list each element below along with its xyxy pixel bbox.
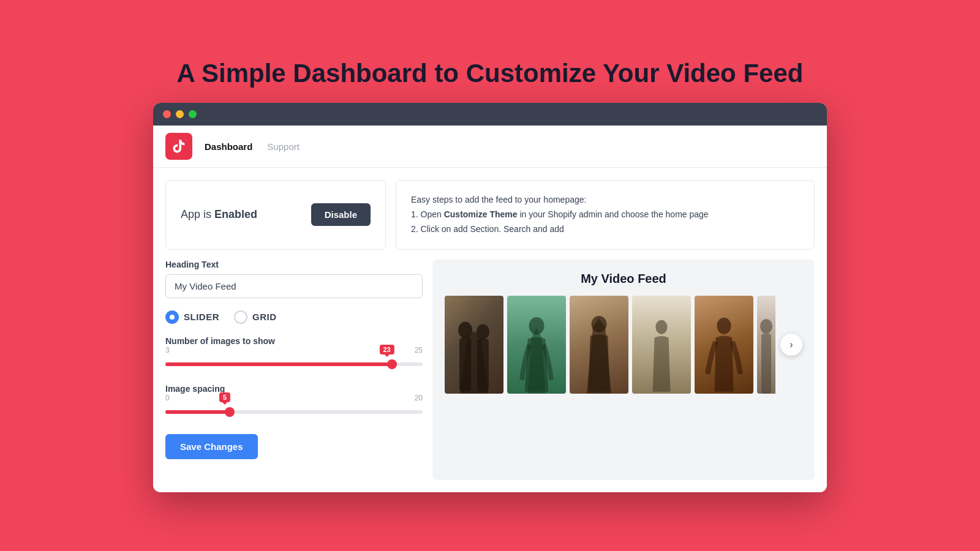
instructions-step1-bold: Customize Theme	[444, 209, 518, 219]
video-feed-container: ›	[445, 296, 802, 394]
thumb-figure-6	[757, 296, 775, 394]
video-thumb-2	[507, 296, 566, 394]
app-logo	[165, 133, 192, 160]
main-content: App is Enabled Disable Easy steps to add…	[153, 168, 827, 492]
instructions-step1: 1. Open Customize Theme in your Shopify …	[411, 208, 799, 222]
spacing-slider-bubble: 5	[219, 392, 230, 402]
grid-radio-label: GRID	[252, 312, 277, 322]
spacing-slider-track: 5	[165, 410, 423, 414]
status-right: Disable	[296, 181, 385, 249]
heading-field-group: Heading Text	[165, 260, 423, 298]
save-changes-button[interactable]: Save Changes	[165, 434, 258, 459]
nav-support[interactable]: Support	[267, 139, 300, 154]
images-slider-fill	[165, 362, 392, 366]
images-slider-track-container[interactable]: 23	[165, 357, 423, 372]
thumb-figure-3	[570, 296, 628, 394]
svg-rect-9	[761, 334, 771, 394]
spacing-slider-scale: 0 20	[165, 394, 423, 402]
disable-button[interactable]: Disable	[311, 203, 371, 226]
maximize-dot[interactable]	[189, 110, 197, 118]
close-dot[interactable]	[163, 110, 171, 118]
images-min: 3	[165, 346, 170, 354]
svg-point-7	[717, 318, 731, 334]
heading-text-input[interactable]	[165, 274, 423, 298]
video-thumb-6	[757, 296, 775, 394]
video-thumb-3	[570, 296, 628, 394]
video-thumb-1	[445, 296, 503, 394]
svg-rect-1	[459, 337, 471, 391]
spacing-slider-label: Image spacing	[165, 384, 423, 394]
status-bold: Enabled	[214, 208, 257, 220]
browser-content: Dashboard Support App is Enabled Disable	[153, 126, 827, 492]
settings-panel: Heading Text SLIDER GRID	[165, 260, 423, 459]
instructions-step1-suffix: in your Shopify admin and choose the hom…	[518, 209, 709, 219]
browser-window: Dashboard Support App is Enabled Disable	[153, 103, 827, 492]
spacing-min: 0	[165, 394, 170, 402]
svg-point-8	[760, 319, 772, 334]
two-col-layout: Heading Text SLIDER GRID	[165, 260, 815, 480]
svg-point-5	[592, 316, 607, 332]
images-max: 25	[415, 346, 423, 354]
nav-dashboard[interactable]: Dashboard	[205, 139, 252, 154]
video-grid	[445, 296, 775, 394]
preview-panel: My Video Feed	[432, 260, 815, 480]
heading-field-label: Heading Text	[165, 260, 423, 269]
next-button[interactable]: ›	[780, 334, 802, 356]
preview-title: My Video Feed	[445, 272, 802, 286]
instructions-step2: 2. Click on add Section. Search and add	[411, 222, 799, 237]
slider-radio-label: SLIDER	[184, 312, 219, 322]
minimize-dot[interactable]	[176, 110, 184, 118]
nav-links: Dashboard Support	[205, 139, 300, 154]
thumb-figure-2	[507, 296, 566, 394]
images-slider-track: 23	[165, 362, 423, 366]
slider-radio-circle[interactable]	[165, 310, 179, 324]
status-text: App is Enabled	[181, 208, 257, 221]
svg-point-4	[529, 317, 545, 335]
nav-bar: Dashboard Support	[153, 126, 827, 168]
svg-point-2	[477, 324, 489, 339]
spacing-max: 20	[415, 394, 423, 402]
images-slider-bubble: 23	[379, 345, 394, 354]
images-slider-section: Number of images to show 3 25 23	[165, 336, 423, 372]
svg-rect-3	[477, 339, 489, 391]
instructions-bar: Easy steps to add the feed to your homep…	[396, 180, 815, 249]
images-slider-thumb[interactable]: 23	[387, 359, 397, 369]
spacing-slider-fill	[165, 410, 230, 414]
spacing-slider-thumb[interactable]: 5	[225, 407, 235, 417]
spacing-slider-track-container[interactable]: 5	[165, 405, 423, 419]
grid-radio-item[interactable]: GRID	[234, 310, 277, 324]
tiktok-icon	[171, 138, 187, 154]
slider-radio-item[interactable]: SLIDER	[165, 310, 219, 324]
layout-radio-group: SLIDER GRID	[165, 310, 423, 324]
status-bar: App is Enabled Disable	[165, 180, 386, 249]
status-left: App is Enabled	[166, 181, 296, 249]
page-title: A Simple Dashboard to Customize Your Vid…	[177, 59, 804, 88]
video-thumb-5	[695, 296, 753, 394]
thumb-figure-5	[695, 296, 753, 394]
thumb-figure-1	[445, 296, 503, 394]
svg-point-6	[655, 320, 667, 334]
grid-radio-circle[interactable]	[234, 310, 247, 324]
browser-titlebar	[153, 103, 827, 126]
video-thumb-4	[632, 296, 691, 394]
instructions-intro: Easy steps to add the feed to your homep…	[411, 193, 799, 208]
svg-point-0	[458, 321, 472, 338]
thumb-figure-4	[632, 296, 691, 394]
spacing-slider-section: Image spacing 0 20 5	[165, 384, 423, 419]
